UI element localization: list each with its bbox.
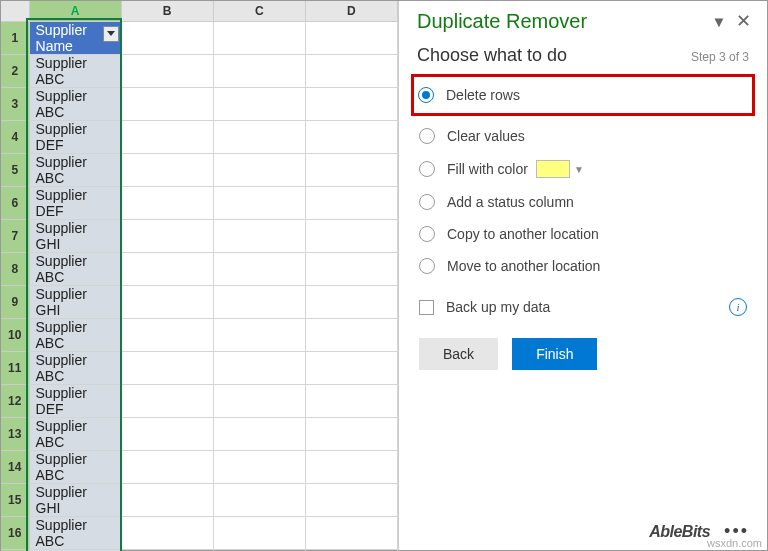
cell[interactable]: Supplier ABC: [29, 252, 121, 285]
option-copy-location[interactable]: Copy to another location: [417, 218, 749, 250]
cell[interactable]: [305, 153, 397, 186]
row-header[interactable]: 1: [1, 21, 29, 54]
cell[interactable]: [305, 318, 397, 351]
cell[interactable]: [305, 516, 397, 549]
option-move-location[interactable]: Move to another location: [417, 250, 749, 282]
cell[interactable]: [305, 186, 397, 219]
cell[interactable]: [305, 417, 397, 450]
cell[interactable]: [213, 54, 305, 87]
cell[interactable]: [213, 483, 305, 516]
cell[interactable]: Supplier ABC: [29, 417, 121, 450]
back-button[interactable]: Back: [419, 338, 498, 370]
cell[interactable]: [213, 252, 305, 285]
cell[interactable]: Supplier Name: [29, 21, 121, 54]
cell[interactable]: Supplier GHI: [29, 285, 121, 318]
cell[interactable]: [121, 516, 213, 549]
cell[interactable]: [305, 120, 397, 153]
cell[interactable]: [305, 384, 397, 417]
row-header[interactable]: 7: [1, 219, 29, 252]
cell[interactable]: [121, 21, 213, 54]
cell[interactable]: Supplier ABC: [29, 450, 121, 483]
cell[interactable]: [121, 450, 213, 483]
close-icon[interactable]: ✕: [731, 9, 755, 33]
row-header[interactable]: 10: [1, 318, 29, 351]
cell[interactable]: [305, 252, 397, 285]
cell[interactable]: [121, 252, 213, 285]
option-delete-rows[interactable]: Delete rows: [416, 79, 750, 111]
row-header[interactable]: 5: [1, 153, 29, 186]
cell[interactable]: [121, 120, 213, 153]
row-header[interactable]: 11: [1, 351, 29, 384]
column-header[interactable]: C: [213, 1, 305, 21]
finish-button[interactable]: Finish: [512, 338, 597, 370]
cell[interactable]: [213, 384, 305, 417]
cell[interactable]: Supplier ABC: [29, 351, 121, 384]
cell[interactable]: Supplier DEF: [29, 186, 121, 219]
cell[interactable]: [213, 351, 305, 384]
cell[interactable]: [305, 87, 397, 120]
row-header[interactable]: 15: [1, 483, 29, 516]
cell[interactable]: [213, 87, 305, 120]
cell[interactable]: [305, 450, 397, 483]
column-header[interactable]: B: [121, 1, 213, 21]
filter-dropdown-icon[interactable]: [103, 26, 119, 42]
cell[interactable]: Supplier GHI: [29, 483, 121, 516]
column-header[interactable]: A: [29, 1, 121, 21]
cell[interactable]: [121, 384, 213, 417]
row-header[interactable]: 12: [1, 384, 29, 417]
cell[interactable]: [213, 285, 305, 318]
cell[interactable]: [213, 450, 305, 483]
row-header[interactable]: 3: [1, 87, 29, 120]
cell[interactable]: Supplier ABC: [29, 153, 121, 186]
cell[interactable]: [213, 120, 305, 153]
cell[interactable]: [121, 186, 213, 219]
column-header[interactable]: D: [305, 1, 397, 21]
cell[interactable]: Supplier ABC: [29, 87, 121, 120]
cell[interactable]: [213, 318, 305, 351]
row-header[interactable]: 14: [1, 450, 29, 483]
cell[interactable]: [305, 483, 397, 516]
cell[interactable]: [305, 351, 397, 384]
chevron-down-icon[interactable]: ▼: [707, 9, 731, 33]
cell[interactable]: [305, 219, 397, 252]
select-all-cell[interactable]: [1, 1, 29, 21]
cell[interactable]: [305, 21, 397, 54]
cell[interactable]: [305, 54, 397, 87]
chevron-down-icon[interactable]: ▼: [574, 164, 584, 175]
checkbox-icon[interactable]: [419, 300, 434, 315]
row-header[interactable]: 4: [1, 120, 29, 153]
cell[interactable]: [213, 219, 305, 252]
cell[interactable]: [121, 54, 213, 87]
cell[interactable]: [121, 483, 213, 516]
row-header[interactable]: 6: [1, 186, 29, 219]
cell[interactable]: [213, 516, 305, 549]
cell[interactable]: [121, 318, 213, 351]
cell[interactable]: [121, 285, 213, 318]
cell[interactable]: Supplier DEF: [29, 120, 121, 153]
cell[interactable]: [213, 186, 305, 219]
row-header[interactable]: 16: [1, 516, 29, 549]
color-swatch[interactable]: [536, 160, 570, 178]
cell[interactable]: Supplier GHI: [29, 219, 121, 252]
row-header[interactable]: 2: [1, 54, 29, 87]
cell[interactable]: [213, 21, 305, 54]
info-icon[interactable]: i: [729, 298, 747, 316]
cell[interactable]: [121, 87, 213, 120]
option-status-column[interactable]: Add a status column: [417, 186, 749, 218]
cell[interactable]: Supplier ABC: [29, 318, 121, 351]
cell[interactable]: Supplier ABC: [29, 54, 121, 87]
cell[interactable]: [121, 417, 213, 450]
row-header[interactable]: 9: [1, 285, 29, 318]
cell[interactable]: [305, 285, 397, 318]
cell[interactable]: [213, 417, 305, 450]
option-clear-values[interactable]: Clear values: [417, 120, 749, 152]
option-fill-color[interactable]: Fill with color ▼: [417, 152, 749, 186]
cell[interactable]: [121, 153, 213, 186]
row-header[interactable]: 13: [1, 417, 29, 450]
row-header[interactable]: 8: [1, 252, 29, 285]
cell[interactable]: [121, 351, 213, 384]
cell[interactable]: Supplier ABC: [29, 516, 121, 549]
cell[interactable]: Supplier DEF: [29, 384, 121, 417]
cell[interactable]: [121, 219, 213, 252]
cell[interactable]: [213, 153, 305, 186]
